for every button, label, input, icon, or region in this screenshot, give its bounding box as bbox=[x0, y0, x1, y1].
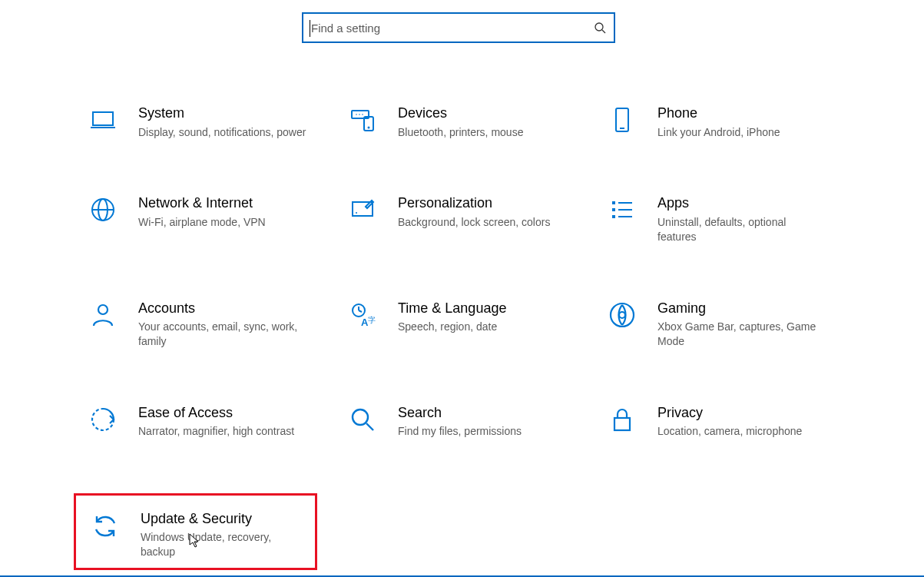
svg-line-26 bbox=[359, 310, 362, 312]
tile-personalization[interactable]: Personalization Background, lock screen,… bbox=[347, 190, 607, 248]
tile-search[interactable]: Search Find my files, permissions bbox=[347, 400, 607, 443]
tile-desc: Narrator, magnifier, high contrast bbox=[138, 424, 294, 439]
person-icon bbox=[88, 300, 118, 330]
time-language-icon: A 字 bbox=[347, 300, 378, 330]
svg-point-6 bbox=[368, 127, 370, 129]
tile-title: Ease of Access bbox=[138, 404, 294, 422]
tile-title: Personalization bbox=[398, 194, 550, 212]
lock-icon bbox=[607, 404, 638, 435]
tile-title: System bbox=[138, 104, 306, 122]
tile-apps[interactable]: Apps Uninstall, defaults, optional featu… bbox=[607, 190, 856, 248]
search-icon bbox=[594, 22, 606, 34]
svg-point-23 bbox=[98, 305, 108, 314]
tile-title: Privacy bbox=[657, 404, 802, 422]
phone-icon bbox=[607, 104, 638, 135]
tile-time-language[interactable]: A 字 Time & Language Speech, region, date bbox=[347, 295, 607, 353]
tile-title: Gaming bbox=[657, 300, 826, 317]
tile-title: Apps bbox=[657, 194, 826, 212]
svg-rect-19 bbox=[612, 215, 615, 218]
search-input[interactable] bbox=[310, 21, 594, 35]
search-box[interactable] bbox=[302, 12, 615, 43]
tile-desc: Xbox Game Bar, captures, Game Mode bbox=[657, 320, 826, 349]
tile-desc: Wi-Fi, airplane mode, VPN bbox=[138, 215, 266, 230]
svg-point-9 bbox=[362, 114, 363, 115]
svg-line-1 bbox=[602, 30, 605, 33]
svg-text:字: 字 bbox=[368, 316, 376, 324]
tile-desc: Display, sound, notifications, power bbox=[138, 125, 306, 140]
tile-ease-of-access[interactable]: Ease of Access Narrator, magnifier, high… bbox=[88, 400, 347, 443]
tile-title: Update & Security bbox=[141, 511, 294, 527]
svg-point-0 bbox=[595, 23, 603, 31]
tile-title: Devices bbox=[398, 104, 523, 122]
svg-point-31 bbox=[353, 410, 368, 425]
tile-phone[interactable]: Phone Link your Android, iPhone bbox=[607, 100, 856, 144]
tile-update-security-highlight: Update & Security Windows Update, recove… bbox=[74, 493, 317, 570]
tile-desc: Location, camera, microphone bbox=[657, 424, 802, 439]
laptop-icon bbox=[88, 104, 118, 135]
svg-rect-18 bbox=[612, 208, 615, 211]
apps-icon bbox=[607, 194, 638, 225]
tile-title: Phone bbox=[657, 104, 780, 122]
tile-devices[interactable]: Devices Bluetooth, printers, mouse bbox=[347, 100, 607, 144]
svg-point-16 bbox=[356, 212, 357, 214]
svg-rect-17 bbox=[612, 201, 615, 204]
svg-point-8 bbox=[359, 114, 360, 115]
magnifier-icon bbox=[347, 404, 378, 435]
tile-desc: Windows Update, recovery, backup bbox=[141, 530, 294, 559]
devices-icon bbox=[347, 104, 378, 135]
tile-gaming[interactable]: Gaming Xbox Game Bar, captures, Game Mod… bbox=[607, 295, 856, 353]
tile-desc: Link your Android, iPhone bbox=[657, 125, 780, 140]
svg-point-7 bbox=[356, 114, 357, 115]
ease-of-access-icon bbox=[88, 404, 118, 435]
svg-line-32 bbox=[366, 423, 373, 430]
settings-grid: System Display, sound, notifications, po… bbox=[88, 100, 856, 443]
tile-title: Time & Language bbox=[398, 300, 506, 317]
tile-desc: Find my files, permissions bbox=[398, 424, 522, 439]
tile-update-security[interactable]: Update & Security Windows Update, recove… bbox=[81, 500, 310, 568]
tile-desc: Your accounts, email, sync, work, family bbox=[138, 320, 307, 349]
tile-title: Network & Internet bbox=[138, 194, 266, 212]
tile-desc: Bluetooth, printers, mouse bbox=[398, 125, 523, 140]
tile-title: Search bbox=[398, 404, 522, 422]
tile-accounts[interactable]: Accounts Your accounts, email, sync, wor… bbox=[88, 295, 347, 353]
tile-privacy[interactable]: Privacy Location, camera, microphone bbox=[607, 400, 856, 443]
tile-system[interactable]: System Display, sound, notifications, po… bbox=[88, 100, 347, 144]
tile-desc: Background, lock screen, colors bbox=[398, 215, 550, 230]
sync-icon bbox=[90, 511, 121, 542]
tile-title: Accounts bbox=[138, 300, 307, 317]
globe-icon bbox=[88, 194, 118, 225]
text-caret bbox=[310, 20, 310, 37]
svg-rect-33 bbox=[614, 418, 630, 430]
svg-rect-2 bbox=[93, 112, 113, 125]
svg-rect-15 bbox=[353, 202, 373, 216]
svg-point-30 bbox=[619, 312, 625, 318]
gaming-icon bbox=[607, 300, 638, 330]
tile-desc: Uninstall, defaults, optional features bbox=[657, 215, 826, 244]
paint-icon bbox=[347, 194, 378, 225]
tile-network[interactable]: Network & Internet Wi-Fi, airplane mode,… bbox=[88, 190, 347, 248]
tile-desc: Speech, region, date bbox=[398, 320, 506, 334]
